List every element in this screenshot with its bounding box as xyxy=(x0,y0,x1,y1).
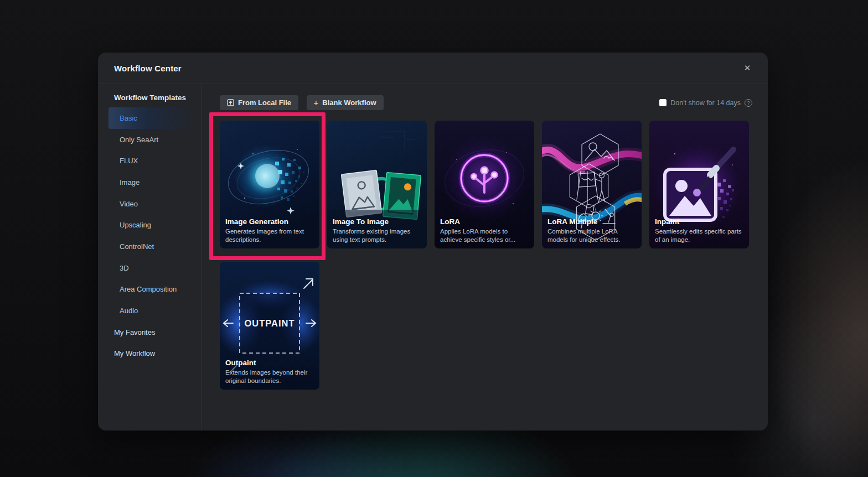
toolbar: From Local File + Blank Workflow Don't s… xyxy=(220,95,752,110)
modal-header: Workflow Center ✕ xyxy=(98,53,768,84)
sidebar-item-area-composition[interactable]: Area Composition xyxy=(108,279,194,300)
card-description: Extends images beyond their original bou… xyxy=(225,369,315,385)
dont-show-group: Don't show for 14 days ? xyxy=(659,95,752,110)
template-card-grid: Image Generation Generates images from t… xyxy=(220,121,749,390)
card-title: Image To Image xyxy=(333,217,422,226)
close-icon[interactable]: ✕ xyxy=(741,62,753,74)
sidebar: Workflow Templates Basic Only SeaArt FLU… xyxy=(98,84,202,431)
card-inpaint[interactable]: Inpaint Seamlessly edits specific parts … xyxy=(649,121,749,248)
help-icon[interactable]: ? xyxy=(745,99,752,107)
plus-icon: + xyxy=(314,98,319,107)
modal-content: From Local File + Blank Workflow Don't s… xyxy=(202,84,768,431)
sidebar-item-only-seaart[interactable]: Only SeaArt xyxy=(108,129,194,151)
from-local-file-label: From Local File xyxy=(238,98,291,107)
file-import-icon xyxy=(227,99,234,106)
card-lora[interactable]: LoRA Applies LoRA models to achieve spec… xyxy=(435,121,534,248)
card-title: Inpaint xyxy=(655,217,745,226)
card-image-to-image[interactable]: Image To Image Transforms existing image… xyxy=(327,121,427,248)
from-local-file-button[interactable]: From Local File xyxy=(220,95,298,110)
card-title: Outpaint xyxy=(225,359,315,367)
card-outpaint[interactable]: OUTPAINT Outpaint Extends images beyond … xyxy=(220,262,319,390)
sidebar-item-video[interactable]: Video xyxy=(108,193,194,215)
sidebar-item-audio[interactable]: Audio xyxy=(108,300,194,322)
sidebar-item-my-workflow[interactable]: My Workflow xyxy=(108,343,194,365)
card-title: LoRA Multiple xyxy=(547,217,637,226)
outpaint-art-text: OUTPAINT xyxy=(244,318,294,328)
card-description: Applies LoRA models to achieve specific … xyxy=(440,227,530,244)
dont-show-label: Don't show for 14 days xyxy=(670,99,741,107)
blank-workflow-button[interactable]: + Blank Workflow xyxy=(307,95,384,110)
page-title: Workflow Center xyxy=(114,64,182,73)
card-title: LoRA xyxy=(440,217,530,226)
sidebar-item-basic[interactable]: Basic xyxy=(108,107,194,129)
sidebar-item-3d[interactable]: 3D xyxy=(108,257,194,279)
dont-show-checkbox[interactable] xyxy=(659,99,666,106)
sidebar-item-upscaling[interactable]: Upscaling xyxy=(108,214,194,236)
card-description: Generates images from text descriptions. xyxy=(225,227,315,244)
sidebar-nav: Basic Only SeaArt FLUX Image Video Upsca… xyxy=(98,107,202,364)
sidebar-item-image[interactable]: Image xyxy=(108,172,194,193)
blank-workflow-label: Blank Workflow xyxy=(322,98,376,107)
card-title: Image Generation xyxy=(225,217,315,226)
card-description: Transforms existing images using text pr… xyxy=(333,227,422,244)
card-lora-multiple[interactable]: LoRA Multiple Combines multiple LoRA mod… xyxy=(542,121,642,248)
sidebar-item-flux[interactable]: FLUX xyxy=(108,150,194,172)
sidebar-item-my-favorites[interactable]: My Favorites xyxy=(108,322,194,343)
card-description: Combines multiple LoRA models for unique… xyxy=(547,227,637,244)
sidebar-item-controlnet[interactable]: ControlNet xyxy=(108,236,194,257)
sidebar-section-title: Workflow Templates xyxy=(98,94,202,102)
card-description: Seamlessly edits specific parts of an im… xyxy=(655,227,745,244)
workflow-center-modal: Workflow Center ✕ Workflow Templates Bas… xyxy=(98,53,768,431)
card-image-generation[interactable]: Image Generation Generates images from t… xyxy=(220,121,319,248)
